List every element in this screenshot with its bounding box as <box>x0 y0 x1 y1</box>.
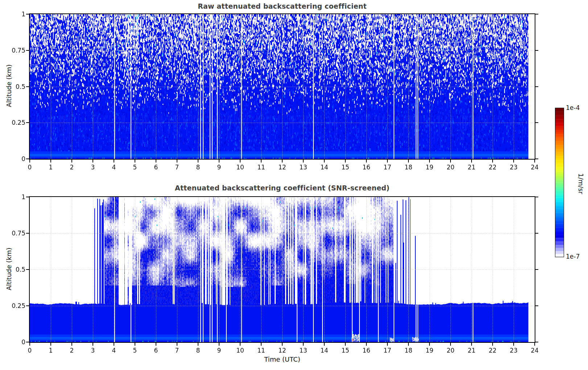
x-tick-mark <box>135 160 135 163</box>
x-tick-mark <box>219 343 219 346</box>
y-tick-mark-right <box>535 342 538 342</box>
y-tick-mark-right <box>535 50 538 51</box>
x-tick-mark <box>408 343 409 346</box>
x-tick-mark <box>429 160 430 163</box>
y-tick-label: 1 <box>0 11 25 18</box>
y-tick-mark-right <box>535 86 538 87</box>
x-tick-mark <box>261 160 262 163</box>
x-tick-label: 3 <box>86 347 100 354</box>
x-tick-label: 21 <box>464 347 479 354</box>
y-tick-mark-right <box>535 14 538 15</box>
x-tick-mark <box>450 160 451 163</box>
x-tick-mark <box>450 343 451 346</box>
y-tick-mark <box>26 233 29 234</box>
x-tick-mark <box>240 160 240 163</box>
x-tick-mark <box>156 343 156 346</box>
x-tick-mark <box>177 343 177 346</box>
y-tick-label: 1 <box>0 193 25 201</box>
x-tick-mark <box>282 343 283 346</box>
x-tick-mark <box>50 343 51 346</box>
x-tick-mark <box>408 160 409 163</box>
x-tick-label: 17 <box>380 347 395 354</box>
x-tick-mark <box>492 343 493 346</box>
y-tick-mark <box>26 269 29 270</box>
y-tick-label: 0.5 <box>0 266 25 273</box>
y-tick-mark <box>26 159 29 159</box>
x-tick-mark <box>513 343 514 346</box>
x-tick-label: 7 <box>170 164 184 171</box>
x-tick-label: 6 <box>149 164 163 171</box>
x-tick-mark <box>50 160 51 163</box>
x-tick-mark <box>29 160 30 163</box>
x-tick-mark <box>114 160 114 163</box>
x-tick-label: 16 <box>359 347 374 354</box>
x-tick-label: 12 <box>275 164 289 171</box>
x-tick-label: 8 <box>191 347 205 354</box>
figure: Raw attenuated backscattering coefficien… <box>0 0 588 370</box>
x-tick-mark <box>240 343 240 346</box>
x-tick-label: 11 <box>254 347 268 354</box>
y-tick-mark-right <box>535 233 538 234</box>
x-tick-mark <box>198 160 198 163</box>
x-tick-label: 18 <box>401 164 416 171</box>
x-tick-label: 14 <box>317 347 332 354</box>
x-tick-label: 11 <box>254 164 268 171</box>
x-tick-mark <box>282 160 283 163</box>
x-tick-label: 2 <box>65 347 79 354</box>
x-tick-label: 23 <box>506 164 521 171</box>
y-tick-mark <box>26 50 29 51</box>
x-tick-mark <box>471 160 472 163</box>
y-tick-label: 0.5 <box>0 83 25 90</box>
y-tick-mark-right <box>535 159 538 159</box>
x-tick-label: 9 <box>212 164 226 171</box>
x-tick-label: 12 <box>275 347 289 354</box>
x-tick-label: 0 <box>22 347 37 354</box>
y-tick-mark-right <box>535 269 538 270</box>
y-tick-label: 0.25 <box>0 302 25 309</box>
bottom-panel-title: Attenuated backscattering coefficient (S… <box>30 184 535 192</box>
y-tick-mark <box>26 305 29 306</box>
x-tick-mark <box>71 160 72 163</box>
x-tick-mark <box>534 343 535 346</box>
x-tick-label: 10 <box>233 347 247 354</box>
x-tick-mark <box>92 160 93 163</box>
x-tick-label: 1 <box>44 347 58 354</box>
y-tick-mark-right <box>535 305 538 306</box>
y-tick-label: 0.75 <box>0 47 25 54</box>
y-tick-label: 0 <box>0 155 25 163</box>
x-tick-label: 0 <box>22 164 37 171</box>
y-tick-mark <box>26 122 29 123</box>
y-tick-mark <box>26 86 29 87</box>
y-tick-mark-right <box>535 122 538 123</box>
x-tick-mark <box>177 160 177 163</box>
colorbar <box>555 108 564 257</box>
x-tick-mark <box>513 160 514 163</box>
x-tick-mark <box>429 343 430 346</box>
x-tick-label: 6 <box>149 347 163 354</box>
y-tick-mark <box>26 342 29 342</box>
x-tick-label: 8 <box>191 164 205 171</box>
y-tick-label: 0.75 <box>0 230 25 237</box>
x-tick-mark <box>492 160 493 163</box>
x-tick-label: 20 <box>443 347 458 354</box>
x-tick-label: 21 <box>464 164 479 171</box>
x-tick-label: 22 <box>485 164 500 171</box>
x-tick-mark <box>345 343 346 346</box>
top-panel-title: Raw attenuated backscattering coefficien… <box>30 2 535 10</box>
screened-heatmap-canvas <box>30 197 535 342</box>
x-tick-mark <box>387 160 388 163</box>
x-tick-label: 15 <box>338 164 353 171</box>
x-tick-mark <box>303 160 304 163</box>
x-tick-label: 24 <box>527 347 542 354</box>
x-tick-label: 3 <box>86 164 100 171</box>
x-tick-label: 2 <box>65 164 79 171</box>
x-tick-mark <box>71 343 72 346</box>
x-tick-label: 19 <box>422 347 437 354</box>
x-tick-mark <box>92 343 93 346</box>
x-tick-mark <box>324 160 325 163</box>
x-tick-label: 13 <box>296 347 311 354</box>
colorbar-max-label: 1e-4 <box>566 104 580 111</box>
x-tick-label: 9 <box>212 347 226 354</box>
colorbar-min-label: 1e-7 <box>566 253 580 260</box>
x-tick-label: 1 <box>44 164 58 171</box>
